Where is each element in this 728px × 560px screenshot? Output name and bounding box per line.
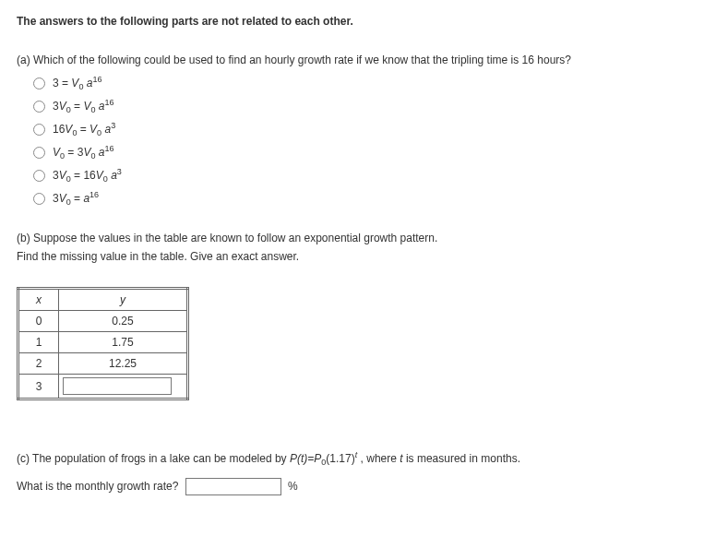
missing-value-input[interactable]	[63, 377, 172, 395]
growth-rate-input[interactable]	[185, 478, 281, 495]
intro-text: The answers to the following parts are n…	[17, 15, 353, 28]
percent-unit: %	[288, 480, 298, 493]
part-c-post: , where	[361, 452, 400, 465]
option-4[interactable]: V0 = 3V0 a16	[33, 143, 711, 161]
part-c: (c) The population of frogs in a lake ca…	[17, 450, 711, 495]
option-4-label: V0 = 3V0 a16	[53, 144, 113, 161]
option-3-label: 16V0 = V0 a3	[53, 121, 115, 137]
part-c-formula: P(t)=P0(1.17)t	[290, 452, 357, 465]
part-c-pre: (c) The population of frogs in a lake ca…	[17, 452, 290, 465]
cell-y: 0.25	[59, 311, 188, 332]
cell-x: 3	[18, 375, 59, 399]
cell-x: 1	[18, 332, 59, 353]
part-a-prompt: (a) Which of the following could be used…	[17, 52, 711, 68]
part-c-post2: is measured in months.	[403, 452, 520, 465]
radio-icon	[33, 77, 45, 89]
cell-y: 1.75	[59, 332, 188, 353]
radio-icon	[33, 124, 45, 136]
table-row-answer: 3	[18, 375, 188, 399]
table-header-y: y	[59, 289, 188, 311]
table-header-x: x	[18, 289, 59, 311]
table-row: 1 1.75	[18, 332, 188, 353]
radio-icon	[33, 101, 45, 113]
option-2[interactable]: 3V0 = V0 a16	[33, 97, 711, 115]
radio-icon	[33, 147, 45, 159]
table-row: 2 12.25	[18, 353, 188, 375]
option-5[interactable]: 3V0 = 16V0 a3	[33, 166, 711, 185]
part-a-options: 3 = V0 a16 3V0 = V0 a16 16V0 = V0 a3 V0 …	[33, 74, 711, 208]
option-1[interactable]: 3 = V0 a16	[33, 74, 711, 92]
part-b-intro: (b) Suppose the values in the table are …	[17, 230, 711, 265]
option-1-label: 3 = V0 a16	[53, 75, 101, 91]
radio-icon	[33, 170, 45, 182]
part-c-question: What is the monthly growth rate?	[17, 480, 178, 493]
option-2-label: 3V0 = V0 a16	[53, 98, 113, 114]
part-b-line2: Find the missing value in the table. Giv…	[17, 248, 711, 265]
cell-x: 2	[18, 353, 59, 375]
cell-y: 12.25	[59, 353, 188, 375]
option-6[interactable]: 3V0 = a16	[33, 189, 711, 208]
data-table: x y 0 0.25 1 1.75 2 12.25 3	[17, 287, 189, 400]
part-b-line1: (b) Suppose the values in the table are …	[17, 230, 711, 246]
cell-x: 0	[18, 311, 59, 332]
radio-icon	[33, 193, 45, 205]
option-5-label: 3V0 = 16V0 a3	[53, 167, 122, 184]
option-6-label: 3V0 = a16	[53, 190, 99, 207]
option-3[interactable]: 16V0 = V0 a3	[33, 120, 711, 138]
table-row: 0 0.25	[18, 311, 188, 332]
